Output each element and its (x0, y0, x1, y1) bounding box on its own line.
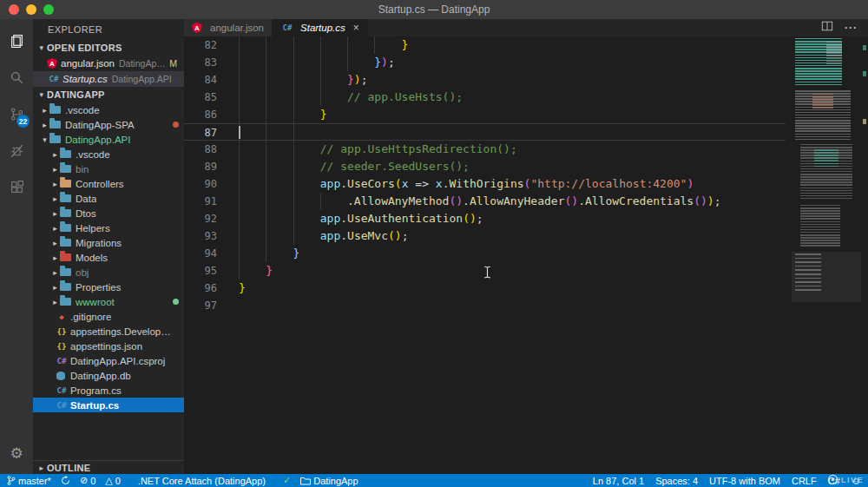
tree-item-label: Properties (76, 282, 121, 293)
open-editors-header-label: OPEN EDITORS (47, 43, 122, 53)
status-encoding[interactable]: UTF-8 with BOM (709, 476, 780, 486)
section-outline[interactable]: ▸ OUTLINE (33, 460, 184, 474)
status-task-status[interactable]: ✓ (283, 475, 291, 486)
tab-bar: Aangular.jsonC#Startup.cs× ··· (184, 19, 868, 36)
chevron-right-icon: ▸ (50, 298, 60, 306)
activity-explorer-icon[interactable] (0, 23, 33, 59)
section-open-editors[interactable]: ▾ OPEN EDITORS (33, 40, 184, 56)
folder-icon (60, 298, 71, 306)
open-editor-angular.json[interactable]: Aangular.jsonDatingApp...M (33, 56, 184, 71)
tree-item-appsettings.json[interactable]: {}appsettings.json (33, 339, 184, 353)
folder-icon (60, 194, 71, 202)
tree-item-models[interactable]: ▸Models (33, 250, 184, 265)
split-editor-icon[interactable] (821, 20, 833, 36)
tab-startup.cs[interactable]: C#Startup.cs× (273, 19, 368, 36)
code-line-89[interactable]: 89// seeder.SeedUsers(); (184, 158, 786, 175)
status-label: 0 (90, 476, 95, 486)
line-text (239, 297, 786, 314)
chevron-right-icon: ▸ (50, 239, 60, 247)
tree-item-appsettings.developme...[interactable]: {}appsettings.Developme... (33, 324, 184, 339)
status-sync[interactable] (61, 476, 70, 485)
tree-item-wwwroot[interactable]: ▸wwwroot (33, 294, 184, 309)
folder-icon (60, 209, 71, 217)
tree-item-.gitignore[interactable]: ◆.gitignore (33, 309, 184, 324)
open-editor-label: Startup.cs (62, 74, 108, 84)
status-cursor-position[interactable]: Ln 87, Col 1 (593, 476, 644, 486)
code-line-94[interactable]: 94} (184, 245, 786, 262)
activity-debug-icon[interactable] (0, 132, 33, 168)
tree-item-.vscode[interactable]: ▸.vscode (33, 102, 184, 117)
tree-item-datingapp.api.csproj[interactable]: C#DatingApp.API.csproj (33, 353, 184, 368)
tree-item-properties[interactable]: ▸Properties (33, 280, 184, 294)
activity-source-control-icon[interactable]: 22 (0, 95, 33, 132)
folder-icon (49, 106, 61, 114)
tree-item-label: .vscode (76, 149, 110, 160)
line-number: 87 (184, 124, 217, 140)
code-line-93[interactable]: 93app.UseMvc(); (184, 227, 786, 245)
code-line-83[interactable]: 83}); (184, 54, 786, 71)
tree-item-dtos[interactable]: ▸Dtos (33, 206, 184, 220)
close-icon[interactable]: × (353, 22, 359, 34)
status-eol[interactable]: CRLF (792, 476, 817, 486)
editor-pane[interactable]: 82}83});84});85// app.UseHsts();86}8788/… (184, 36, 868, 474)
zoom-window-button[interactable] (43, 4, 54, 15)
more-actions-icon[interactable]: ··· (845, 22, 858, 34)
status-problems-errors[interactable]: ⊘0 (80, 475, 95, 486)
chevron-right-icon: ▸ (50, 194, 60, 203)
activity-search-icon[interactable] (0, 59, 33, 95)
tree-item-datingapp.api[interactable]: ▾DatingApp.API (33, 132, 184, 147)
tree-item-datingapp.db[interactable]: DatingApp.db (33, 368, 184, 383)
code-line-86[interactable]: 86} (184, 106, 786, 123)
tab-angular.json[interactable]: Aangular.json (184, 19, 273, 36)
code-line-90[interactable]: 90app.UseCors(x => x.WithOrigins("http:/… (184, 175, 786, 193)
tree-item-program.cs[interactable]: C#Program.cs (33, 383, 184, 398)
close-window-button[interactable] (9, 4, 19, 15)
code-line-85[interactable]: 85// app.UseHsts(); (184, 89, 786, 106)
tree-item-data[interactable]: ▸Data (33, 191, 184, 206)
tree-item-migrations[interactable]: ▸Migrations (33, 235, 184, 250)
line-number: 92 (184, 210, 217, 227)
open-editor-startup.cs[interactable]: C#Startup.csDatingApp.API (33, 71, 184, 87)
code-line-82[interactable]: 82} (184, 36, 786, 54)
status-debug-configuration[interactable]: .NET Core Attach (DatingApp) (138, 476, 266, 486)
tree-item-label: obj (76, 267, 89, 278)
status-git-branch[interactable]: master* (7, 475, 51, 486)
status-workspace-folder[interactable]: DatingApp (300, 476, 358, 486)
chevron-right-icon: ▸ (50, 268, 60, 277)
git-icon: ◆ (55, 313, 69, 321)
tree-item-helpers[interactable]: ▸Helpers (33, 220, 184, 235)
code-line-96[interactable]: 96} (184, 280, 786, 297)
line-number: 82 (184, 36, 217, 54)
activity-extensions-icon[interactable] (0, 168, 33, 205)
tree-item-label: .vscode (65, 105, 100, 115)
line-number: 95 (184, 262, 217, 280)
tree-item-startup.cs[interactable]: C#Startup.cs (33, 398, 184, 412)
status-problems-warnings[interactable]: △0 (105, 475, 121, 486)
minimize-window-button[interactable] (26, 4, 36, 15)
tree-item-datingapp-spa[interactable]: ▸DatingApp-SPA (33, 117, 184, 132)
code-line-84[interactable]: 84}); (184, 71, 786, 89)
line-number: 83 (184, 54, 217, 71)
chevron-right-icon: ▸ (40, 106, 49, 115)
code-line-88[interactable]: 88// app.UseHttpsRedirection(); (184, 141, 786, 158)
settings-gear-icon[interactable]: ⚙ (0, 438, 33, 469)
tree-item-obj[interactable]: ▸obj (33, 265, 184, 280)
line-number: 90 (184, 175, 217, 193)
scrollbar[interactable] (861, 36, 868, 474)
code-line-87[interactable]: 87 (184, 123, 786, 141)
code-line-92[interactable]: 92app.UseAuthentication(); (184, 210, 786, 227)
tree-item-label: Migrations (76, 238, 122, 248)
section-project[interactable]: ▾ DATINGAPP (33, 87, 184, 102)
tree-item-controllers[interactable]: ▸Controllers (33, 176, 184, 191)
tree-item-.vscode[interactable]: ▸.vscode (33, 147, 184, 161)
code-line-97[interactable]: 97 (184, 297, 786, 314)
status-indentation[interactable]: Spaces: 4 (655, 476, 698, 486)
tree-item-label: Models (76, 253, 108, 263)
warning-icon: △ (105, 475, 112, 486)
line-text: // app.UseHsts(); (239, 89, 786, 106)
line-text: app.UseCors(x => x.WithOrigins("http://l… (239, 175, 786, 193)
minimap[interactable] (792, 36, 861, 314)
csharp-icon: C# (55, 401, 69, 410)
code-line-91[interactable]: 91.AllowAnyMethod().AllowAnyHeader().All… (184, 193, 786, 210)
tree-item-bin[interactable]: ▸bin (33, 161, 184, 176)
